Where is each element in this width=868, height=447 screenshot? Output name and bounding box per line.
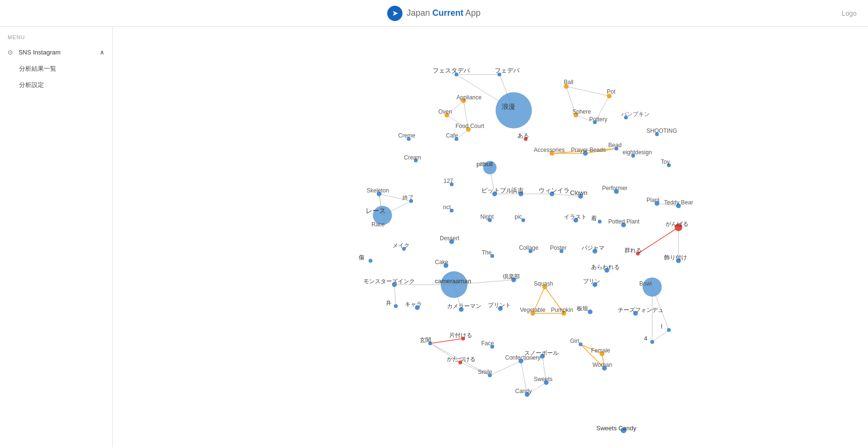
svg-text:Female: Female: [591, 347, 610, 354]
svg-text:127: 127: [444, 178, 453, 184]
svg-point-94: [598, 220, 602, 224]
svg-text:板垣: 板垣: [576, 305, 588, 312]
svg-text:Sphere: Sphere: [572, 108, 591, 115]
svg-text:Sweets: Sweets: [534, 376, 552, 383]
svg-text:Smile: Smile: [478, 369, 492, 375]
sns-icon: ⊙: [8, 49, 13, 56]
svg-text:Toy: Toy: [661, 159, 670, 165]
svg-text:弁: 弁: [386, 299, 392, 306]
svg-text:Dessert: Dessert: [440, 235, 460, 242]
svg-text:片付ける: 片付ける: [449, 332, 472, 339]
svg-text:Sweets Candy: Sweets Candy: [596, 425, 636, 432]
svg-text:スノーボール: スノーボール: [524, 350, 559, 356]
svg-text:Plant: Plant: [646, 197, 660, 203]
svg-text:ある: ある: [518, 132, 529, 139]
svg-text:Performer: Performer: [602, 185, 627, 192]
svg-text:nct: nct: [443, 204, 451, 211]
svg-point-50: [441, 271, 467, 298]
svg-text:玄関: 玄関: [420, 337, 431, 343]
svg-text:Poster: Poster: [550, 245, 567, 251]
svg-text:チーズフォンデュ: チーズフォンデュ: [618, 307, 664, 313]
svg-text:フェスタデパ: フェスタデパ: [433, 67, 470, 74]
svg-text:Pumpkin: Pumpkin: [551, 307, 573, 313]
svg-line-33: [652, 330, 669, 342]
svg-text:プリン: プリン: [583, 278, 600, 285]
svg-text:pitbull: pitbull: [476, 160, 493, 168]
svg-text:メイク: メイク: [392, 242, 410, 249]
svg-point-109: [394, 304, 398, 308]
svg-text:Food Court: Food Court: [455, 123, 485, 129]
svg-text:群れる: 群れる: [625, 247, 642, 254]
svg-text:SHOOTING: SHOOTING: [646, 128, 677, 134]
svg-text:Race: Race: [371, 221, 385, 228]
svg-text:Appliance: Appliance: [456, 94, 482, 101]
graph-svg: フェスタデパ フェデパ 浪漫 Ball Pot Sphere Pottery パ…: [113, 27, 868, 447]
nav-item-label: SNS Instagram: [19, 49, 61, 56]
sidebar: MENU ⊙ SNS Instagram ∧ 分析結果一覧 分析設定: [0, 27, 113, 447]
svg-text:Candy: Candy: [515, 388, 532, 394]
svg-text:Potted Plant: Potted Plant: [608, 218, 640, 225]
svg-text:ピットブル: ピットブル: [481, 187, 512, 194]
svg-text:Face: Face: [481, 340, 494, 347]
svg-text:着: 着: [591, 215, 597, 222]
sidebar-sub-item-analysis-list[interactable]: 分析結果一覧: [0, 61, 112, 77]
svg-point-113: [588, 309, 593, 314]
svg-text:パンプキン: パンプキン: [621, 111, 650, 117]
svg-text:pic: pic: [515, 213, 522, 220]
svg-text:Accessories: Accessories: [534, 147, 565, 153]
svg-text:Teddy Bear: Teddy Bear: [664, 199, 693, 206]
svg-text:Night: Night: [480, 213, 494, 220]
svg-text:あらわれる: あらわれる: [591, 264, 620, 270]
svg-point-115: [667, 328, 671, 332]
svg-text:Vegetable: Vegetable: [520, 307, 546, 313]
svg-text:Woman: Woman: [593, 362, 612, 368]
sidebar-item-sns-instagram[interactable]: ⊙ SNS Instagram ∧: [0, 44, 112, 61]
svg-text:I: I: [661, 323, 662, 330]
svg-text:Collage: Collage: [519, 245, 539, 251]
svg-text:カメラーマン: カメラーマン: [447, 303, 481, 309]
svg-text:Clown: Clown: [570, 189, 587, 196]
svg-line-29: [490, 361, 521, 375]
app-title: Japan Current App: [406, 8, 480, 18]
svg-text:フェデパ: フェデパ: [495, 67, 520, 74]
svg-text:傷: 傷: [358, 254, 364, 261]
svg-text:イラスト: イラスト: [564, 213, 587, 220]
svg-line-45: [638, 227, 678, 254]
svg-text:Prayer Beads: Prayer Beads: [571, 147, 606, 153]
logo-area: ➤ Japan Current App: [387, 6, 480, 21]
header: ➤ Japan Current App Logo: [0, 0, 868, 27]
menu-label: MENU: [0, 27, 112, 44]
chevron-up-icon: ∧: [100, 49, 105, 56]
svg-text:キャラ: キャラ: [405, 301, 422, 308]
svg-text:Cake: Cake: [435, 259, 448, 266]
svg-text:Bead: Bead: [608, 142, 622, 149]
title-suffix: App: [464, 8, 481, 18]
svg-text:Cafe: Cafe: [446, 132, 458, 139]
svg-text:プリント: プリント: [488, 302, 511, 309]
svg-text:Pot: Pot: [607, 88, 616, 95]
main-content: フェスタデパ フェデパ 浪漫 Ball Pot Sphere Pottery パ…: [113, 27, 868, 447]
svg-text:cameraaman: cameraaman: [435, 277, 471, 285]
logo-right-label: Logo: [842, 10, 857, 17]
svg-text:Girl: Girl: [570, 338, 579, 344]
svg-text:eightdesign: eightdesign: [623, 149, 652, 156]
svg-text:The: The: [482, 249, 492, 256]
svg-text:4: 4: [644, 335, 647, 342]
svg-text:がんばる: がんばる: [666, 221, 688, 227]
sidebar-sub-item-analysis-settings[interactable]: 分析設定: [0, 77, 112, 93]
svg-text:レース: レース: [366, 207, 386, 214]
svg-text:倶楽部: 倶楽部: [503, 273, 520, 280]
svg-point-47: [496, 92, 532, 128]
svg-text:モンスターズインク: モンスターズインク: [363, 278, 415, 285]
svg-text:Cream: Cream: [404, 154, 421, 161]
svg-text:飾り付け: 飾り付け: [664, 254, 687, 261]
title-bold: Current: [432, 8, 463, 18]
svg-point-96: [369, 259, 372, 263]
svg-point-116: [650, 340, 654, 344]
svg-text:Ball: Ball: [564, 79, 573, 85]
title-prefix: Japan: [406, 8, 432, 18]
svg-point-119: [579, 342, 582, 346]
svg-text:Squash: Squash: [534, 280, 553, 287]
svg-text:終了: 終了: [402, 194, 414, 201]
svg-text:Bowl: Bowl: [639, 280, 652, 287]
